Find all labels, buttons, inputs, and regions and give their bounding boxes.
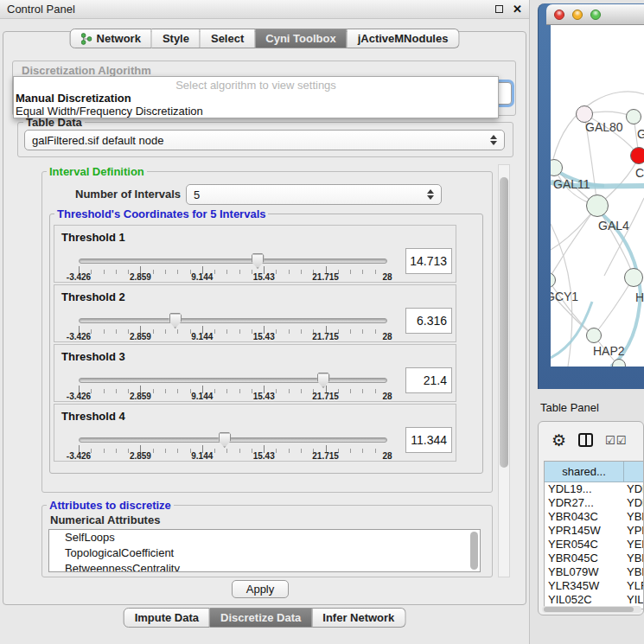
threshold-slider[interactable] <box>79 258 387 264</box>
table-horizontal-scrollbar[interactable] <box>542 606 641 613</box>
table-row[interactable]: YDL19...YDL1 <box>545 482 644 496</box>
network-canvas[interactable]: GAL80G.CGAL11GAL4GCY1HHAP2 <box>551 25 644 367</box>
tick-label: 28 <box>382 272 392 282</box>
table-cell: YPR1 <box>624 524 644 538</box>
tick-label: 15.43 <box>253 451 275 461</box>
tick-label: 15.43 <box>253 332 275 341</box>
table-cell: YLR345W <box>545 579 624 593</box>
tab-label: Network <box>97 32 141 45</box>
table-cell: YBR0 <box>624 510 644 524</box>
table-row[interactable]: YBL079WYBL0 <box>545 565 644 579</box>
network-node-c[interactable] <box>630 147 644 164</box>
table-row[interactable]: YIL052CYIL0 <box>545 593 644 607</box>
node-label: GAL11 <box>553 177 590 191</box>
table-row[interactable]: YBR045CYBR0 <box>545 552 644 565</box>
threshold-slider[interactable] <box>79 437 387 443</box>
tick-label: 9.144 <box>191 451 213 461</box>
right-panel: GAL80G.CGAL11GAL4GCY1HHAP2 Table Panel ⚙… <box>531 0 644 644</box>
table-hscroll-thumb[interactable] <box>544 607 634 612</box>
columns-icon[interactable] <box>578 433 593 447</box>
threshold-panel-2: Threshold 2-3.4262.8599.14415.4321.71528… <box>54 284 456 342</box>
bottom-tab-strip: Impute DataDiscretize DataInfer Network <box>124 608 406 628</box>
threshold-slider[interactable] <box>79 378 387 383</box>
settings-scrollbar-thumb[interactable] <box>500 177 508 468</box>
interval-definition-label: Interval Definition <box>47 165 147 178</box>
tab-infer-network[interactable]: Infer Network <box>312 608 405 628</box>
table-data-combo[interactable]: galFiltered.sif default node <box>24 130 505 150</box>
threshold-value-field[interactable]: 11.344 <box>405 427 452 453</box>
table-cell: YDL1 <box>624 482 644 496</box>
table-cell: YIL052C <box>545 593 624 607</box>
close-traffic-light-icon[interactable] <box>554 10 564 20</box>
attribute-item-betweennesscentrality[interactable]: BetweennessCentrality <box>49 561 480 572</box>
control-panel: Control Panel ✕ NetworkStyleSelectCyni T… <box>0 0 530 644</box>
table-panel-title: Table Panel <box>540 401 599 414</box>
threshold-panel-4: Threshold 4-3.4262.8599.14415.4321.71528… <box>54 404 456 462</box>
network-node-item[interactable] <box>612 359 626 367</box>
attribute-item-selfloops[interactable]: SelfLoops <box>49 530 480 545</box>
network-node-h[interactable] <box>624 268 643 287</box>
table-panel-toolbar: ⚙ ☑☑ <box>539 422 643 458</box>
threshold-label: Threshold 4 <box>61 410 125 423</box>
table-row[interactable]: YDR27...YDR2 <box>545 496 644 510</box>
node-label: GAL80 <box>585 120 623 134</box>
table-cell: YPR145W <box>545 524 624 538</box>
table-data-value: galFiltered.sif default node <box>32 134 487 147</box>
network-icon <box>81 33 92 45</box>
network-node-g[interactable] <box>626 109 641 124</box>
tick-label: -3.426 <box>67 392 91 401</box>
tab-discretize-data[interactable]: Discretize Data <box>210 608 312 628</box>
network-node-hap2[interactable] <box>586 328 602 343</box>
algorithm-option-equal-width[interactable]: Equal Width/Frequency Discretization <box>16 105 203 118</box>
settings-scrollbar[interactable] <box>498 164 510 577</box>
threshold-value-field[interactable]: 21.4 <box>405 367 452 393</box>
tab-label: Select <box>211 32 244 45</box>
tick-label: -3.426 <box>67 451 91 461</box>
zoom-traffic-light-icon[interactable] <box>590 10 601 20</box>
minimize-traffic-light-icon[interactable] <box>572 10 583 20</box>
tab-select[interactable]: Select <box>201 29 255 48</box>
table-row[interactable]: YBR043CYBR0 <box>545 510 644 524</box>
table-cell: YIL0 <box>624 593 644 607</box>
slider-ticks <box>79 386 387 393</box>
apply-button[interactable]: Apply <box>232 580 289 598</box>
attributes-scrollbar[interactable] <box>470 532 478 570</box>
column-header-shared[interactable]: shared... <box>545 462 624 481</box>
gear-icon[interactable]: ⚙ <box>552 432 566 449</box>
table-panel: ⚙ ☑☑ shared...na YDL19...YDL1YDR27...YDR… <box>538 421 644 615</box>
tab-jactivemnodules[interactable]: jActiveMNodules <box>348 29 460 48</box>
algorithm-popup-hint: Select algorithm to view settings <box>14 79 498 92</box>
tab-style[interactable]: Style <box>152 29 201 48</box>
number-of-intervals-combo[interactable]: 5 <box>186 184 442 205</box>
attributes-group-label: Attributes to discretize <box>47 499 174 512</box>
table-row[interactable]: YPR145WYPR1 <box>545 524 644 538</box>
tick-label: 21.715 <box>312 332 339 341</box>
float-window-icon[interactable] <box>495 5 503 13</box>
tick-label: 28 <box>382 332 392 341</box>
table-row[interactable]: YER054CYER0 <box>545 538 644 552</box>
close-icon[interactable]: ✕ <box>513 5 522 13</box>
table-cell: YBL0 <box>624 565 644 579</box>
node-table[interactable]: shared...na YDL19...YDL1YDR27...YDR2YBR0… <box>544 461 644 609</box>
tick-label: 15.43 <box>253 392 275 401</box>
network-node-gal4[interactable] <box>586 194 609 217</box>
tab-network[interactable]: Network <box>70 29 152 48</box>
tab-impute-data[interactable]: Impute Data <box>124 608 210 628</box>
column-header-na[interactable]: na <box>624 462 644 481</box>
table-cell: YER054C <box>545 538 624 552</box>
threshold-value-field[interactable]: 6.316 <box>405 308 452 334</box>
tab-cyni-toolbox[interactable]: Cyni Toolbox <box>255 29 347 48</box>
threshold-value-field[interactable]: 14.713 <box>405 248 452 274</box>
attribute-item-topologicalcoefficient[interactable]: TopologicalCoefficient <box>49 545 480 561</box>
table-panel-titlebar: Table Panel <box>531 394 644 420</box>
table-cell: YDR27... <box>545 496 624 510</box>
table-header-row: shared...na <box>545 462 644 482</box>
threshold-slider[interactable] <box>79 318 387 323</box>
table-row[interactable]: YLR345WYLR3 <box>545 579 644 593</box>
select-checkboxes-icon[interactable]: ☑☑ <box>605 434 627 447</box>
threshold-label: Threshold 3 <box>61 350 125 363</box>
algorithm-option-manual[interactable]: Manual Discretization <box>16 92 131 105</box>
numerical-attributes-list[interactable]: SelfLoopsTopologicalCoefficientBetweenne… <box>48 529 481 572</box>
tick-label: 9.144 <box>191 272 213 282</box>
tick-label: 9.144 <box>191 332 213 341</box>
